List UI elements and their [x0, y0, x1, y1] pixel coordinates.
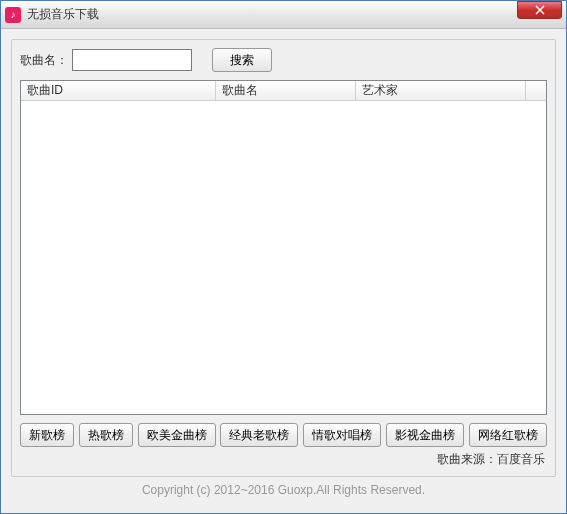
window-title: 无损音乐下载: [27, 6, 517, 23]
app-window: ♪ 无损音乐下载 歌曲名： 搜索 歌曲ID 歌曲名 艺术家: [0, 0, 567, 514]
category-buttons: 新歌榜 热歌榜 欧美金曲榜 经典老歌榜 情歌对唱榜 影视金曲榜 网络红歌榜: [20, 423, 547, 447]
search-row: 歌曲名： 搜索: [20, 48, 547, 72]
titlebar: ♪ 无损音乐下载: [1, 1, 566, 29]
close-button[interactable]: [517, 1, 562, 19]
table-body[interactable]: [21, 101, 546, 414]
category-film-button[interactable]: 影视金曲榜: [386, 423, 464, 447]
category-new-button[interactable]: 新歌榜: [20, 423, 74, 447]
search-button[interactable]: 搜索: [212, 48, 272, 72]
category-hot-button[interactable]: 热歌榜: [79, 423, 133, 447]
results-table: 歌曲ID 歌曲名 艺术家: [20, 80, 547, 415]
content-area: 歌曲名： 搜索 歌曲ID 歌曲名 艺术家 新歌榜 热歌榜 欧美金曲榜 经典老歌榜…: [1, 29, 566, 513]
table-header: 歌曲ID 歌曲名 艺术家: [21, 81, 546, 101]
search-input[interactable]: [72, 49, 192, 71]
category-western-button[interactable]: 欧美金曲榜: [138, 423, 216, 447]
close-icon: [535, 5, 545, 15]
source-label: 歌曲来源：百度音乐: [20, 447, 547, 468]
copyright-text: Copyright (c) 2012~2016 Guoxp.All Rights…: [11, 477, 556, 503]
column-spacer: [526, 81, 546, 100]
column-song-name[interactable]: 歌曲名: [216, 81, 356, 100]
app-icon: ♪: [5, 7, 21, 23]
search-label: 歌曲名：: [20, 52, 68, 69]
main-panel: 歌曲名： 搜索 歌曲ID 歌曲名 艺术家 新歌榜 热歌榜 欧美金曲榜 经典老歌榜…: [11, 39, 556, 477]
column-song-id[interactable]: 歌曲ID: [21, 81, 216, 100]
category-love-button[interactable]: 情歌对唱榜: [303, 423, 381, 447]
category-classic-button[interactable]: 经典老歌榜: [220, 423, 298, 447]
category-net-button[interactable]: 网络红歌榜: [469, 423, 547, 447]
column-artist[interactable]: 艺术家: [356, 81, 526, 100]
